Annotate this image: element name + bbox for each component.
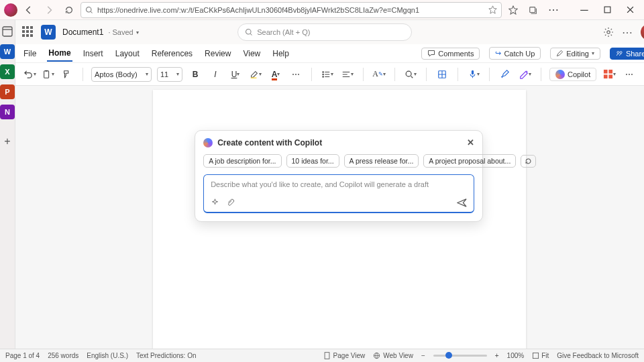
rail-onenote-icon[interactable]: N [0, 105, 15, 119]
copilot-icon [203, 138, 213, 147]
close-icon[interactable]: ✕ [467, 137, 474, 147]
zoom-in-button[interactable]: + [495, 352, 499, 359]
svg-point-12 [322, 73, 323, 74]
document-name-button[interactable]: Document1 · Saved ▾ [62, 27, 139, 37]
attachment-icon[interactable] [226, 198, 235, 207]
status-predictions[interactable]: Text Predictions: On [136, 352, 196, 359]
search-box[interactable]: Search (Alt + Q) [237, 23, 412, 41]
addin-grid-button[interactable]: ▾ [602, 67, 616, 82]
tab-review[interactable]: Review [203, 46, 232, 61]
format-painter-button[interactable] [60, 67, 74, 82]
rail-home-icon[interactable] [0, 24, 15, 39]
copilot-button[interactable]: Copilot [549, 68, 596, 81]
find-button[interactable]: ▾ [403, 67, 418, 82]
svg-rect-17 [604, 70, 608, 74]
font-more-icon[interactable]: ⋯ [288, 67, 303, 82]
align-button[interactable]: ▾ [340, 67, 355, 82]
svg-point-6 [617, 52, 619, 54]
svg-rect-8 [44, 70, 49, 78]
settings-gear-icon[interactable] [603, 27, 614, 38]
url-input[interactable] [97, 6, 484, 14]
dictate-button[interactable]: ▾ [466, 67, 481, 82]
document-page[interactable]: Create content with Copilot ✕ A job desc… [153, 90, 526, 349]
feedback-link[interactable]: Give Feedback to Microsoft [557, 352, 639, 359]
font-name-label: Aptos (Body) [95, 70, 138, 78]
comments-button[interactable]: Comments [421, 48, 480, 60]
fit-button[interactable]: Fit [532, 352, 549, 359]
chip-project-proposal[interactable]: A project proposal about... [423, 154, 516, 168]
web-view-button[interactable]: Web View [373, 352, 413, 359]
profile-picture-icon[interactable] [4, 3, 17, 17]
page-view-button[interactable]: Page View [323, 352, 366, 359]
rail-powerpoint-icon[interactable]: P [0, 84, 15, 99]
rewrite-button[interactable]: ▾ [518, 67, 533, 82]
ribbon-more-icon[interactable]: ⋯ [622, 67, 637, 82]
refresh-button[interactable] [60, 1, 78, 19]
tab-references[interactable]: References [150, 46, 194, 61]
styles-button[interactable]: A✎▾ [372, 67, 386, 82]
sparkle-icon[interactable] [211, 198, 219, 207]
status-page[interactable]: Page 1 of 4 [5, 352, 40, 359]
word-app-icon: W [41, 25, 56, 40]
chip-ideas[interactable]: 10 ideas for... [286, 154, 339, 168]
address-bar[interactable] [80, 2, 502, 18]
chip-job-description[interactable]: A job description for... [203, 154, 281, 168]
underline-button[interactable]: U▾ [228, 67, 243, 82]
page-view-label: Page View [333, 352, 366, 359]
catchup-label: Catch Up [504, 50, 535, 58]
font-size-select[interactable]: 11▾ [157, 67, 182, 82]
rail-excel-icon[interactable]: X [0, 64, 15, 79]
chip-press-release[interactable]: A press release for... [344, 154, 419, 168]
catchup-button[interactable]: ↪Catch Up [489, 47, 541, 60]
undo-button[interactable]: ▾ [22, 67, 37, 82]
close-button[interactable] [620, 1, 640, 19]
forward-button[interactable] [40, 1, 58, 19]
rail-add-icon[interactable]: + [0, 134, 15, 149]
status-language[interactable]: English (U.S.) [87, 352, 128, 359]
document-canvas[interactable]: Create content with Copilot ✕ A job desc… [15, 86, 644, 349]
back-button[interactable] [20, 1, 38, 19]
copilot-prompt-box[interactable]: Describe what you'd like to create, and … [203, 174, 474, 213]
copilot-icon [555, 70, 565, 79]
tab-insert[interactable]: Insert [82, 46, 105, 61]
tab-help[interactable]: Help [271, 46, 290, 61]
app-launcher-icon[interactable] [22, 26, 34, 38]
font-name-select[interactable]: Aptos (Body)▾ [91, 67, 152, 82]
tab-view[interactable]: View [241, 46, 262, 61]
tab-layout[interactable]: Layout [114, 46, 141, 61]
zoom-level[interactable]: 100% [507, 352, 525, 359]
zoom-out-button[interactable]: − [421, 352, 425, 359]
svg-point-5 [607, 31, 610, 34]
maximize-button[interactable] [597, 1, 617, 19]
send-button[interactable] [457, 198, 467, 208]
user-avatar[interactable] [641, 24, 644, 40]
more-icon[interactable]: ⋯ [545, 1, 562, 19]
svg-rect-16 [471, 70, 473, 75]
rail-word-icon[interactable]: W [0, 44, 15, 59]
copilot-title: Create content with Copilot [217, 138, 322, 147]
document-name: Document1 [62, 27, 103, 37]
paste-button[interactable]: ▾ [41, 67, 56, 82]
save-status: · Saved [108, 28, 133, 36]
tab-home[interactable]: Home [47, 46, 72, 62]
collections-icon[interactable] [525, 1, 542, 19]
more-icon[interactable]: ⋯ [622, 26, 633, 39]
favorite-star-icon[interactable] [488, 5, 497, 14]
bullets-button[interactable]: ▾ [320, 67, 335, 82]
minimize-button[interactable]: ─ [574, 1, 594, 19]
svg-rect-21 [325, 353, 329, 359]
status-words[interactable]: 256 words [48, 352, 78, 359]
italic-button[interactable]: I [208, 67, 223, 82]
refresh-suggestions-button[interactable] [521, 155, 536, 168]
svg-point-7 [620, 52, 622, 54]
designer-button[interactable] [435, 67, 449, 82]
tab-file[interactable]: File [22, 46, 38, 61]
favorites-icon[interactable] [504, 1, 522, 19]
editor-button[interactable] [498, 67, 513, 82]
font-color-button[interactable]: A▾ [268, 67, 283, 82]
share-button[interactable]: Share▾ [610, 48, 644, 60]
highlight-button[interactable]: ▾ [248, 67, 263, 82]
editing-button[interactable]: Editing▾ [550, 48, 600, 60]
bold-button[interactable]: B [188, 67, 203, 82]
zoom-slider[interactable] [433, 355, 487, 357]
